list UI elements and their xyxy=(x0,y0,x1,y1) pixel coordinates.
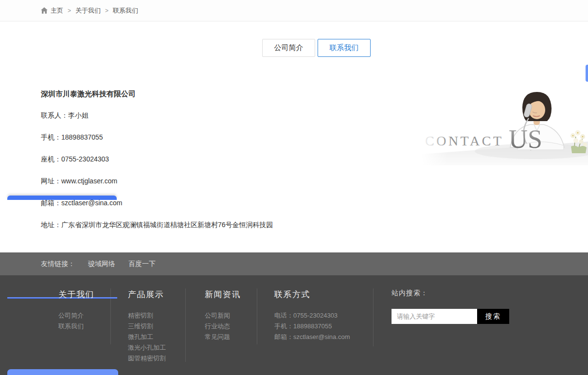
landline-row: 座机：0755-23024303 xyxy=(41,148,381,170)
footer-link-precision-cutting[interactable]: 精密切割 xyxy=(128,310,185,321)
tab-company-profile[interactable]: 公司简介 xyxy=(262,39,315,57)
landline-label: 座机： xyxy=(41,155,61,163)
home-icon[interactable] xyxy=(41,7,48,14)
footer-mobile-row: 手机：18898837055 xyxy=(274,321,373,332)
footer: 关于我们 公司简介 联系我们 产品展示 精密切割 三维切割 微孔加工 激光小孔加… xyxy=(0,275,588,375)
friend-links-label: 友情链接： xyxy=(41,260,75,268)
breadcrumb-home[interactable]: 主页 xyxy=(51,6,63,15)
footer-phone-row: 电话：0755-23024303 xyxy=(274,310,373,321)
breadcrumb-contact-us[interactable]: 联系我们 xyxy=(113,6,138,15)
footer-col-news: 新闻资讯 公司新闻 行业动态 常见问题 xyxy=(185,289,257,375)
email-label: 邮箱： xyxy=(41,199,61,207)
address-row: 地址：广东省深圳市龙华区观澜镇福城街道桔塘社区新塘村76号金恒润科技园 xyxy=(41,214,381,236)
footer-mobile-label: 手机： xyxy=(274,322,293,330)
footer-link-tube-cutting[interactable]: 圆管精密切割 xyxy=(128,353,185,364)
breadcrumb: 主页 > 关于我们 > 联系我们 xyxy=(0,0,588,21)
breadcrumb-about-us[interactable]: 关于我们 xyxy=(75,6,101,15)
footer-col-search: 站内搜索： 搜索 xyxy=(373,289,588,375)
footer-link-3d-cutting[interactable]: 三维切割 xyxy=(128,321,185,332)
footer-link-microhole[interactable]: 微孔加工 xyxy=(128,332,185,342)
address-label: 地址： xyxy=(41,221,61,229)
floating-widget-top-bar[interactable] xyxy=(7,196,117,200)
footer-link-contact-us[interactable]: 联系我们 xyxy=(58,321,110,332)
footer-col-contact: 联系方式 电话：0755-23024303 手机：18898837055 邮箱：… xyxy=(257,289,373,375)
contact-us-image: CONTACT US xyxy=(421,86,588,165)
breadcrumb-separator: > xyxy=(68,7,71,14)
footer-link-industry-trends[interactable]: 行业动态 xyxy=(205,321,257,332)
contact-person-label: 联系人： xyxy=(41,111,68,119)
footer-phone-label: 电话： xyxy=(274,312,293,319)
main-content: 公司简介 联系我们 深圳市川泰激光科技有限公司 联系人：李小姐 手机：18898… xyxy=(0,21,588,252)
contact-info-block: 深圳市川泰激光科技有限公司 联系人：李小姐 手机：18898837055 座机：… xyxy=(41,83,381,236)
tab-contact-us[interactable]: 联系我们 xyxy=(318,39,371,57)
footer-products-title: 产品展示 xyxy=(128,289,185,300)
footer-email-value: szctlaser@sina.com xyxy=(293,333,350,340)
breadcrumb-separator: > xyxy=(105,7,108,14)
mobile-label: 手机： xyxy=(41,133,61,141)
address-value: 广东省深圳市龙华区观澜镇福城街道桔塘社区新塘村76号金恒润科技园 xyxy=(61,221,273,229)
search-button[interactable]: 搜索 xyxy=(477,309,509,324)
tab-bar: 公司简介 联系我们 xyxy=(22,21,588,57)
footer-link-company-news[interactable]: 公司新闻 xyxy=(205,310,257,321)
mobile-value: 18898837055 xyxy=(61,133,103,141)
footer-mobile-value: 18898837055 xyxy=(293,322,332,330)
floating-widget-bottom-bar[interactable] xyxy=(7,369,118,375)
footer-link-company-profile[interactable]: 公司简介 xyxy=(58,310,110,321)
footer-phone-value: 0755-23024303 xyxy=(293,312,338,319)
page-root: 主页 > 关于我们 > 联系我们 公司简介 联系我们 深圳市川泰激光科技有限公司… xyxy=(0,0,588,375)
landline-value: 0755-23024303 xyxy=(61,155,109,163)
contact-person-row: 联系人：李小姐 xyxy=(41,105,381,126)
footer-col-products: 产品展示 精密切割 三维切割 微孔加工 激光小孔加工 圆管精密切割 xyxy=(110,289,185,375)
footer-link-faq[interactable]: 常见问题 xyxy=(205,332,257,342)
site-search-label: 站内搜索： xyxy=(392,289,588,298)
company-name: 深圳市川泰激光科技有限公司 xyxy=(41,83,381,105)
website-value: www.ctjglaser.com xyxy=(61,177,117,185)
website-label: 网址： xyxy=(41,177,61,185)
footer-email-row: 邮箱：szctlaser@sina.com xyxy=(274,332,373,342)
email-value: szctlaser@sina.com xyxy=(61,199,122,207)
friend-links-bar: 友情链接： 骏域网络 百度一下 xyxy=(0,252,588,275)
footer-news-title: 新闻资讯 xyxy=(205,289,257,300)
footer-about-title: 关于我们 xyxy=(58,289,110,300)
mobile-row: 手机：18898837055 xyxy=(41,126,381,148)
footer-contact-title: 联系方式 xyxy=(274,289,373,300)
footer-link-laser-smallhole[interactable]: 激光小孔加工 xyxy=(128,342,185,353)
footer-email-label: 邮箱： xyxy=(274,333,293,340)
site-search: 搜索 xyxy=(392,309,588,324)
friend-link-junyu[interactable]: 骏域网络 xyxy=(88,260,115,268)
side-widget-handle[interactable] xyxy=(586,65,588,82)
search-input[interactable] xyxy=(392,309,477,324)
website-row: 网址：www.ctjglaser.com xyxy=(41,170,381,192)
friend-link-baidu[interactable]: 百度一下 xyxy=(128,260,156,268)
contact-person-value: 李小姐 xyxy=(68,111,89,119)
us-text: US xyxy=(509,125,542,154)
footer-col-about: 关于我们 公司简介 联系我们 xyxy=(0,289,110,375)
